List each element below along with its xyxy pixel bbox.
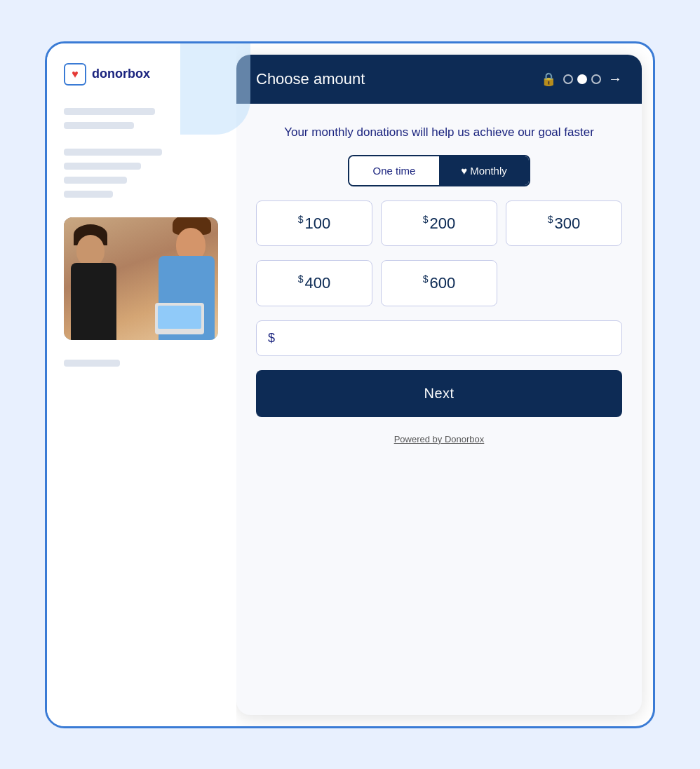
sidebar-line-4 [64, 163, 141, 170]
monthly-button[interactable]: ♥ Monthly [439, 156, 529, 185]
main-panel: Choose amount 🔒 → Your monthly donations… [236, 55, 642, 715]
person1-head [76, 235, 105, 266]
custom-currency-symbol: $ [268, 331, 275, 346]
dot-1 [563, 74, 573, 84]
outer-card: ♥ donorbox [45, 41, 655, 728]
sidebar-line-3 [64, 149, 162, 156]
sidebar-line-6 [64, 191, 113, 198]
deco-shape [180, 43, 250, 135]
lock-icon: 🔒 [541, 72, 556, 87]
step-dots [563, 74, 601, 84]
currency-sym-3: $ [548, 214, 553, 225]
logo-icon: ♥ [64, 63, 86, 86]
laptop-screen [158, 306, 201, 329]
amount-300[interactable]: $300 [506, 200, 622, 246]
currency-sym-2: $ [423, 214, 429, 225]
panel-title: Choose amount [256, 70, 365, 88]
frequency-toggle: One time ♥ Monthly [348, 155, 530, 186]
sidebar-lines-middle [64, 149, 220, 198]
dot-3 [591, 74, 601, 84]
currency-sym-5: $ [423, 273, 429, 285]
dot-2 [577, 74, 587, 84]
panel-body: Your monthly donations will help us achi… [236, 104, 642, 715]
panel-header: Choose amount 🔒 → [236, 55, 642, 104]
amount-400[interactable]: $400 [256, 260, 372, 306]
amount-grid-row2: $400 $600 [256, 260, 622, 306]
sidebar-line-bottom [64, 360, 120, 367]
sidebar-line-5 [64, 177, 127, 184]
currency-sym-1: $ [298, 214, 304, 225]
laptop [155, 303, 204, 334]
amount-grid-row1: $100 $200 $300 [256, 200, 622, 246]
tagline: Your monthly donations will help us achi… [256, 123, 622, 142]
amount-100[interactable]: $100 [256, 200, 372, 246]
custom-amount-input[interactable] [281, 332, 610, 344]
sidebar: ♥ donorbox [47, 43, 236, 726]
next-button[interactable]: Next [256, 370, 622, 417]
sidebar-line-2 [64, 122, 134, 129]
sidebar-line-1 [64, 108, 155, 115]
arrow-right-icon: → [608, 71, 622, 87]
custom-amount-wrap: $ [256, 320, 622, 356]
amount-200[interactable]: $200 [381, 200, 497, 246]
one-time-button[interactable]: One time [349, 156, 439, 185]
amount-600[interactable]: $600 [381, 260, 497, 306]
currency-sym-4: $ [298, 273, 304, 285]
logo-heart-icon: ♥ [72, 68, 79, 81]
sidebar-image [64, 217, 218, 340]
person1-body [71, 263, 116, 340]
logo-text: donorbox [92, 67, 150, 81]
powered-by-link[interactable]: Powered by Donorbox [256, 434, 622, 444]
header-right: 🔒 → [541, 71, 622, 87]
